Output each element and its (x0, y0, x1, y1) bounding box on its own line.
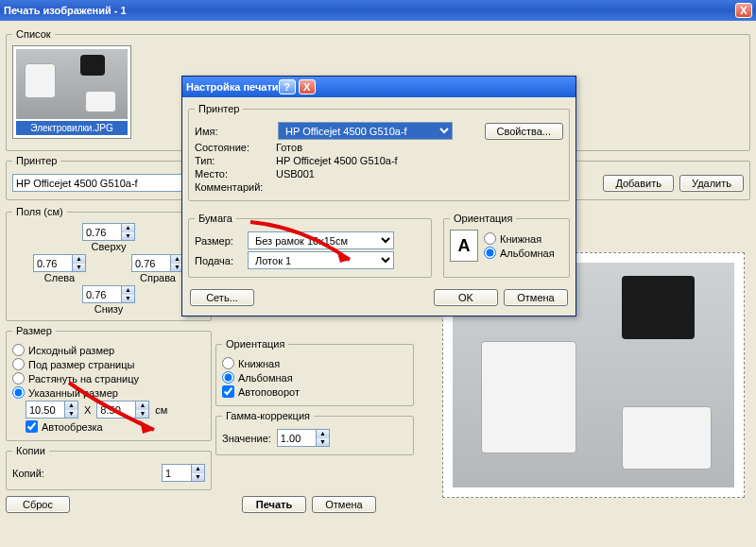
window-title: Печать изображений - 1 (4, 5, 127, 16)
size-height-spinner[interactable]: ▲▼ (96, 401, 149, 419)
paper-source-select[interactable]: Лоток 1 (248, 251, 394, 269)
window-close-button[interactable]: X (735, 3, 752, 18)
network-button[interactable]: Сеть... (190, 289, 254, 306)
size-legend: Размер (12, 325, 56, 336)
margin-top-spinner[interactable]: ▲▼ (82, 223, 135, 241)
printer-legend: Принтер (12, 155, 60, 166)
orientation-icon: A (450, 230, 478, 262)
autocrop-checkbox[interactable] (26, 420, 38, 433)
dialog-portrait-radio[interactable] (484, 232, 496, 245)
orientation-bg-legend: Ориентация (222, 338, 288, 350)
size-stretch-radio[interactable] (12, 372, 25, 385)
margin-bottom-spinner[interactable]: ▲▼ (82, 285, 135, 303)
dialog-paper-group: Бумага Размер:Без рамок 10x15см Подача:Л… (188, 213, 432, 278)
copies-spinner[interactable]: ▲▼ (162, 464, 205, 482)
margin-right-spinner[interactable]: ▲▼ (131, 254, 184, 272)
margins-legend: Поля (см) (12, 206, 67, 217)
autorotate-checkbox[interactable] (222, 385, 234, 398)
copies-group: Копии Копий: ▲▼ (6, 445, 212, 490)
copies-label: Копий: (12, 468, 44, 479)
thumbnail-image (16, 49, 128, 119)
margin-left-spinner[interactable]: ▲▼ (33, 254, 86, 272)
dialog-printer-group: Принтер Имя: HP Officejet 4500 G510a-f С… (188, 103, 570, 201)
cancel-button[interactable]: Отмена (312, 496, 376, 513)
dialog-help-button[interactable]: ? (279, 79, 296, 94)
print-button[interactable]: Печать (242, 496, 306, 513)
printer-name-input[interactable] (12, 174, 194, 192)
printer-properties-button[interactable]: Свойства... (485, 123, 563, 140)
size-width-spinner[interactable]: ▲▼ (26, 401, 78, 419)
size-group: Размер Исходный размер Под размер страни… (6, 325, 212, 441)
thumbnail-item[interactable]: Электровилки.JPG (12, 45, 131, 139)
margin-right-label: Справа (131, 272, 184, 283)
dialog-ok-button[interactable]: OK (434, 289, 498, 306)
copies-legend: Копии (12, 445, 49, 456)
orient-portrait-radio[interactable] (222, 357, 234, 369)
dialog-title: Настройка печати (186, 81, 279, 93)
size-custom-radio[interactable] (12, 386, 25, 399)
window-titlebar: Печать изображений - 1 X (0, 0, 756, 21)
gamma-spinner[interactable]: ▲▼ (277, 429, 330, 447)
add-printer-button[interactable]: Добавить (603, 175, 674, 192)
margin-bottom-label: Снизу (12, 303, 205, 315)
dialog-cancel-button[interactable]: Отмена (504, 289, 568, 306)
size-fitpage-radio[interactable] (12, 358, 25, 370)
list-legend: Список (12, 28, 55, 40)
thumbnail-caption: Электровилки.JPG (16, 121, 128, 135)
delete-printer-button[interactable]: Удалить (679, 175, 744, 192)
printer-type-value: HP Officejet 4500 G510a-f (276, 155, 398, 166)
gamma-label: Значение: (222, 433, 271, 444)
dialog-landscape-radio[interactable] (484, 247, 496, 259)
dialog-titlebar[interactable]: Настройка печати ? X (182, 77, 576, 97)
printer-where-value: USB001 (276, 168, 315, 179)
reset-button[interactable]: Сброс (6, 496, 70, 513)
margin-top-label: Сверху (12, 241, 205, 252)
orient-landscape-radio[interactable] (222, 371, 234, 384)
dialog-close-button[interactable]: X (299, 79, 316, 94)
print-setup-dialog: Настройка печати ? X Принтер Имя: HP Off… (181, 76, 576, 316)
gamma-legend: Гамма-коррекция (222, 410, 314, 421)
paper-size-select[interactable]: Без рамок 10x15см (248, 231, 394, 249)
dialog-orientation-group: Ориентация A Книжная Альбомная (443, 213, 570, 278)
size-original-radio[interactable] (12, 344, 25, 356)
printer-state-value: Готов (276, 142, 302, 153)
gamma-group: Гамма-коррекция Значение: ▲▼ (215, 410, 414, 455)
orientation-bg-group: Ориентация Книжная Альбомная Автоповорот (215, 338, 414, 406)
printer-name-select[interactable]: HP Officejet 4500 G510a-f (278, 122, 453, 140)
margin-left-label: Слева (33, 272, 86, 283)
